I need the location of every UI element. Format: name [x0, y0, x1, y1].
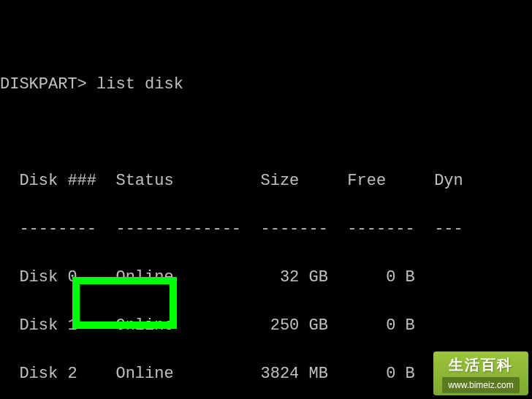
watermark-url: www.bimeiz.com	[442, 377, 519, 393]
sep-dyn: ---	[434, 220, 463, 238]
header-dyn: Dyn	[434, 172, 463, 190]
header-size: Size	[260, 172, 299, 190]
table-header: Disk ### Status Size Free Dyn	[0, 169, 532, 193]
header-free: Free	[347, 172, 386, 190]
cell-disk: Disk 1	[19, 316, 77, 335]
cell-disk: Disk 0	[19, 268, 77, 286]
cell-free: 0 B	[386, 365, 415, 383]
cell-status: Online	[115, 365, 173, 383]
cell-status: Online	[115, 268, 173, 286]
table-separator: -------- ------------- ------- ------- -…	[0, 217, 532, 241]
prompt: DISKPART>	[0, 75, 87, 94]
table-row: Disk 1 Online 250 GB 0 B	[0, 314, 532, 338]
header-status: Status	[115, 172, 173, 190]
watermark-badge: 生活百科 www.bimeiz.com	[433, 352, 528, 395]
cell-status: Online	[115, 316, 173, 335]
sep-status: -------------	[115, 220, 241, 238]
sep-size: -------	[260, 220, 327, 238]
list-disk-command: list disk	[96, 75, 183, 94]
sep-disk: --------	[19, 220, 96, 238]
header-disk: Disk ###	[19, 172, 96, 190]
watermark-title: 生活百科	[449, 354, 513, 376]
cell-free: 0 B	[386, 268, 415, 286]
cell-free: 0 B	[386, 316, 415, 335]
cell-size: 32 GB	[280, 268, 328, 286]
cell-disk: Disk 2	[19, 365, 77, 383]
sep-free: -------	[347, 220, 414, 238]
table-row: Disk 0 Online 32 GB 0 B	[0, 265, 532, 289]
cell-size: 3824 MB	[260, 365, 327, 383]
terminal-output[interactable]: DISKPART> list disk Disk ### Status Size…	[0, 0, 532, 399]
cell-size: 250 GB	[270, 316, 328, 335]
command-line-1: DISKPART> list disk	[0, 72, 532, 96]
